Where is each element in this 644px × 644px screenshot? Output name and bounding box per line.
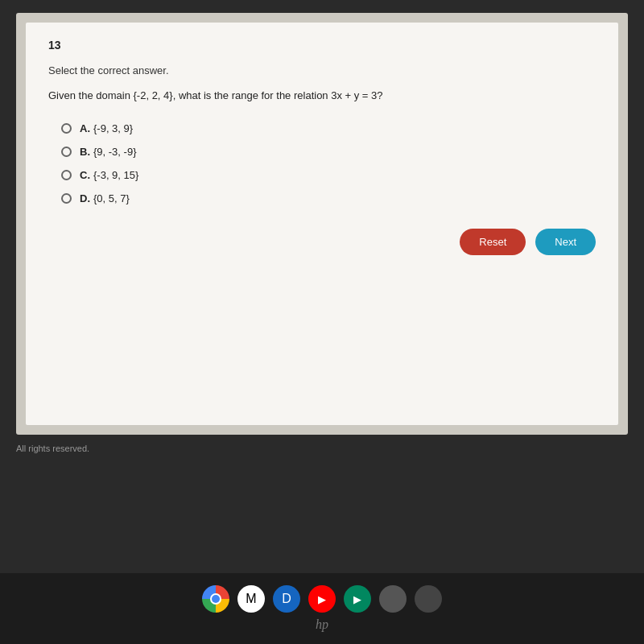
option-a[interactable]: A. {-9, 3, 9} [61,122,596,134]
play-store-icon[interactable]: ▶ [344,585,371,613]
radio-d[interactable] [61,193,72,204]
next-button[interactable]: Next [535,229,596,255]
radio-a[interactable] [61,123,72,134]
question-number: 13 [48,39,596,52]
option-label-b: B. [80,146,90,158]
reset-button[interactable]: Reset [460,229,526,255]
youtube-icon[interactable]: ▶ [308,585,336,613]
taskbar-icon-6[interactable] [379,585,407,613]
option-c[interactable]: C. {-3, 9, 15} [61,169,596,181]
chrome-icon[interactable] [202,585,229,613]
option-value-d: {0, 5, 7} [93,192,130,204]
radio-c[interactable] [61,170,72,180]
option-value-a: {-9, 3, 9} [93,122,133,134]
option-b[interactable]: B. {9, -3, -9} [61,146,596,158]
action-buttons: Reset Next [48,229,596,255]
option-d[interactable]: D. {0, 5, 7} [61,192,596,204]
option-value-b: {9, -3, -9} [93,146,136,158]
option-label-d: D. [80,192,90,204]
footer-text: All rights reserved. [16,444,89,453]
taskbar-icons-row: M D ▶ ▶ [202,585,442,613]
option-value-c: {-3, 9, 15} [93,169,138,181]
question-text: Given the domain {-2, 2, 4}, what is the… [48,88,596,105]
option-label-c: C. [80,169,90,181]
option-label-a: A. [80,122,90,134]
taskbar: M D ▶ ▶ hp [0,573,644,644]
options-container: A. {-9, 3, 9} B. {9, -3, -9} C. {-3, 9, … [61,122,596,204]
docs-icon[interactable]: D [273,585,300,613]
radio-b[interactable] [61,147,72,157]
taskbar-icon-7[interactable] [415,585,442,613]
gmail-icon[interactable]: M [237,585,265,613]
hp-logo: hp [316,617,328,632]
instruction-text: Select the correct answer. [48,64,596,76]
